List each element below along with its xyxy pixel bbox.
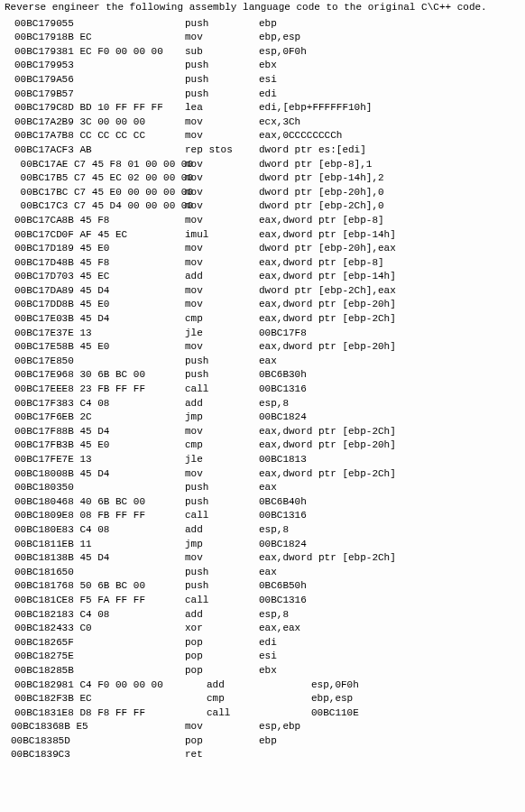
opcode-bytes: 68 40 6B BC 00: [56, 495, 185, 510]
opcode-bytes: 33 C0: [56, 622, 185, 636]
operands: eax: [259, 481, 277, 495]
asm-line: 00BC1803 50pusheax: [4, 481, 521, 495]
operands: eax,dword ptr [ebp-14h]: [259, 228, 396, 243]
mnemonic: push: [185, 495, 259, 510]
address: 00BC1839: [4, 748, 52, 762]
asm-line: 00BC1790 55pushebp: [4, 17, 521, 32]
opcode-bytes: 50: [56, 481, 185, 495]
address: 00BC17A2: [4, 115, 56, 130]
question-title: Reverse engineer the following assembly …: [4, 1, 521, 15]
address: 00BC17FE: [4, 453, 56, 467]
opcode-bytes: 0F AF 45 EC: [56, 228, 185, 243]
mnemonic: mov: [185, 298, 259, 312]
address: 00BC17E5: [4, 340, 56, 355]
operands: esp,ebp: [259, 720, 300, 734]
mnemonic: add: [185, 270, 259, 284]
opcode-bytes: E8 23 FB FF FF: [56, 383, 185, 397]
address: 00BC17FB: [4, 438, 56, 453]
address: 00BC1824: [4, 622, 56, 636]
asm-line: 00BC17FB 3B 45 E0cmpeax,dword ptr [ebp-2…: [4, 438, 521, 453]
operands: eax,0CCCCCCCCh: [259, 129, 342, 143]
opcode-bytes: 56: [56, 73, 185, 88]
opcode-bytes: E8 D8 F8 FF FF: [56, 706, 207, 721]
opcode-bytes: 00BC17C3 C7 45 D4 00 00 00 00: [14, 199, 185, 214]
opcode-bytes: 8B 45 D4: [56, 551, 185, 566]
asm-line: 00BC17E5 8B 45 E0moveax,dword ptr [ebp-2…: [4, 340, 521, 355]
opcode-bytes: 03 45 EC: [56, 270, 185, 284]
address: 00BC17CA: [4, 214, 56, 228]
asm-line: 00BC1817 68 50 6B BC 00push0BC6B50h: [4, 579, 521, 594]
address: 00BC1816: [4, 566, 56, 580]
operands: edi: [259, 636, 277, 651]
operands: 00BC1824: [259, 538, 307, 552]
address: 00BC1831: [4, 706, 56, 721]
opcode-bytes: 7E 13: [56, 453, 185, 467]
operands: eax,dword ptr [ebp-20h]: [259, 340, 396, 355]
operands: ebp,esp: [311, 692, 353, 706]
asm-line: 00BC17AE C7 45 F8 01 00 00 00movdword pt…: [4, 158, 521, 172]
asm-line: 00BC17CD 0F AF 45 ECimuleax,dword ptr [e…: [4, 228, 521, 243]
asm-line: 00BC1813 8B 45 D4moveax,dword ptr [ebp-2…: [4, 551, 521, 566]
opcode-bytes: 57: [56, 88, 185, 102]
opcode-bytes: 81 C4 F0 00 00 00: [56, 678, 207, 693]
operands: 0BC6B50h: [259, 579, 307, 594]
mnemonic: lea: [185, 101, 259, 115]
address: 00BC182F: [4, 692, 56, 706]
asm-line: 00BC1836 8B E5movesp,ebp: [4, 720, 521, 734]
address: 00BC17D4: [4, 256, 56, 271]
address: 00BC1838: [4, 734, 52, 749]
mnemonic: mov: [185, 158, 259, 172]
asm-line: 00BC1799 53pushebx: [4, 59, 521, 73]
mnemonic: call: [185, 594, 259, 608]
opcode-bytes: 83 C4 08: [56, 523, 185, 538]
address: 00BC17F8: [4, 425, 56, 439]
mnemonic: mov: [185, 242, 259, 256]
opcode-bytes: 8B 45 D4: [56, 467, 185, 482]
mnemonic: mov: [185, 31, 259, 45]
mnemonic: push: [185, 566, 259, 580]
asm-line: 00BC17CA 8B 45 F8moveax,dword ptr [ebp-8…: [4, 214, 521, 228]
operands: ebx: [259, 664, 277, 678]
operands: eax,dword ptr [ebp-2Ch]: [259, 467, 396, 482]
mnemonic: call: [207, 706, 311, 721]
asm-line: 00BC17B5 C7 45 EC 02 00 00 00movdword pt…: [4, 171, 521, 186]
operands: eax,dword ptr [ebp-20h]: [259, 298, 396, 312]
opcode-bytes: 89 45 D4: [56, 284, 185, 299]
opcode-bytes: 5B: [56, 664, 185, 678]
opcode-bytes: 8B 45 F8: [56, 214, 185, 228]
asm-line: 00BC179C 8D BD 10 FF FF FFleaedi,[ebp+FF…: [4, 101, 521, 115]
mnemonic: add: [207, 678, 311, 693]
mnemonic: mov: [185, 425, 259, 439]
operands: eax: [259, 566, 277, 580]
asm-line: 00BC17FE 7E 13jle00BC1813: [4, 453, 521, 467]
address: 00BC1790: [4, 17, 56, 32]
operands: esi: [259, 73, 277, 88]
address: 00BC179C: [4, 101, 56, 115]
mnemonic: mov: [185, 214, 259, 228]
asm-line: 00BC1839 C3ret: [4, 748, 521, 762]
mnemonic: mov: [185, 467, 259, 482]
address: 00BC1813: [4, 551, 56, 566]
address: [4, 186, 14, 200]
opcode-bytes: 8B EC: [56, 31, 185, 45]
mnemonic: push: [185, 59, 259, 73]
asm-line: 00BC17D4 8B 45 F8moveax,dword ptr [ebp-8…: [4, 256, 521, 271]
asm-line: 00BC17E0 3B 45 D4cmpeax,dword ptr [ebp-2…: [4, 312, 521, 327]
opcode-bytes: 8B 45 F8: [56, 256, 185, 271]
operands: 00BC1316: [259, 509, 307, 523]
operands: dword ptr [ebp-14h],2: [259, 171, 384, 186]
asm-line: 00BC1811 EB 11jmp00BC1824: [4, 538, 521, 552]
address: 00BC17E9: [4, 368, 56, 383]
address: [4, 171, 14, 186]
asm-line: 00BC1828 5Bpopebx: [4, 664, 521, 678]
address: 00BC1803: [4, 481, 56, 495]
opcode-bytes: 50: [56, 566, 185, 580]
assembly-listing: Reverse engineer the following assembly …: [0, 0, 525, 763]
address: 00BC17D7: [4, 270, 56, 284]
asm-line: 00BC1829 81 C4 F0 00 00 00addesp,0F0h: [4, 678, 521, 693]
operands: eax,dword ptr [ebp-2Ch]: [259, 425, 396, 439]
mnemonic: rep stos: [185, 143, 259, 158]
mnemonic: sub: [185, 45, 259, 60]
opcode-bytes: EB 11: [56, 538, 185, 552]
mnemonic: add: [185, 523, 259, 538]
